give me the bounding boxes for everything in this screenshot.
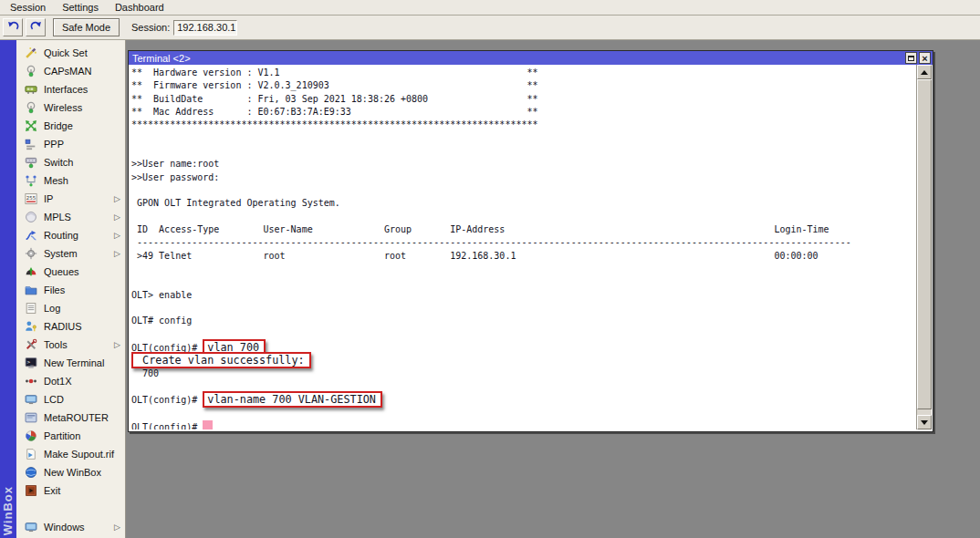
dot1x-icon — [25, 375, 37, 388]
sidebar-item-exit[interactable]: Exit — [16, 481, 125, 500]
interface-card-icon — [25, 83, 37, 96]
system-gear-icon — [25, 247, 37, 260]
sidebar-item-label: Windows — [44, 522, 85, 533]
arrow-down-icon — [921, 420, 928, 425]
folder-icon — [25, 284, 37, 296]
sidebar-item-label: IP — [44, 193, 53, 204]
sidebar-item-interfaces[interactable]: Interfaces — [16, 80, 125, 98]
routing-icon — [25, 229, 37, 242]
mdi-workspace: Terminal <2> × ** Hardware version : V1.… — [127, 40, 980, 538]
sidebar-item-label: Quick Set — [44, 47, 88, 58]
sidebar-item-label: Partition — [44, 430, 80, 441]
terminal-line — [131, 408, 916, 420]
metarouter-icon — [25, 411, 37, 424]
sidebar-item-label: Dot1X — [44, 376, 72, 387]
menu-dashboard[interactable]: Dashboard — [112, 1, 167, 14]
sidebar-item-tools[interactable]: Tools▷ — [16, 336, 125, 354]
terminal-icon: >_ — [25, 357, 37, 369]
sidebar-item-make-supout-rif[interactable]: Make Supout.rif — [16, 445, 125, 463]
sidebar-item-label: Switch — [44, 157, 73, 168]
scrollbar-thumb[interactable] — [917, 79, 932, 409]
close-button[interactable]: × — [919, 52, 931, 64]
terminal-window-titlebar[interactable]: Terminal <2> × — [129, 51, 933, 65]
winbox-globe-icon — [25, 466, 37, 479]
terminal-line: >>User password: — [131, 172, 916, 185]
terminal-line: ** Hardware version : V1.1 ** — [131, 67, 916, 80]
sidebar-item-label: System — [44, 248, 78, 259]
sidebar-bottom: Windows▷ — [16, 518, 125, 536]
lcd-icon — [25, 393, 37, 406]
switch-icon — [25, 156, 37, 169]
submenu-arrow-icon: ▷ — [114, 340, 120, 349]
terminal-line: OLT# config — [131, 316, 916, 328]
menu-settings[interactable]: Settings — [59, 1, 101, 14]
submenu-arrow-icon: ▷ — [114, 194, 120, 203]
sidebar-item-label: MPLS — [44, 212, 71, 222]
sidebar-item-mesh[interactable]: Mesh — [16, 171, 125, 190]
menu-session[interactable]: Session — [7, 1, 48, 14]
sidebar-item-capsman[interactable]: CAPsMAN — [16, 62, 125, 80]
terminal-line: OLT> enable — [131, 290, 916, 303]
sidebar-item-queues[interactable]: Queues — [16, 263, 125, 281]
sidebar-item-label: New WinBox — [44, 467, 101, 478]
terminal-line: GPON OLT Integrated Operating System. — [131, 198, 916, 211]
sidebar-item-bridge[interactable]: Bridge — [16, 117, 125, 135]
terminal-line — [131, 185, 916, 198]
scroll-down-button[interactable] — [917, 415, 932, 429]
sidebar-item-label: Tools — [44, 339, 68, 350]
annotation-red-box: vlan-name 700 VLAN-GESTION — [203, 391, 382, 408]
close-icon: × — [922, 54, 927, 63]
sidebar-item-ip[interactable]: 255IP▷ — [16, 190, 125, 208]
sidebar-item-partition[interactable]: Partition — [16, 427, 125, 445]
vertical-scrollbar[interactable] — [916, 65, 932, 429]
terminal-line: ** Mac Address : E0:67:B3:7A:E9:33 ** — [131, 107, 916, 119]
sidebar-item-new-terminal[interactable]: >_New Terminal — [16, 354, 125, 372]
sidebar-item-switch[interactable]: Switch — [16, 153, 125, 171]
terminal-line: OLT(config)# — [131, 420, 916, 429]
terminal-line: ID Access-Type User-Name Group IP-Addres… — [131, 224, 916, 237]
windows-icon — [25, 521, 37, 533]
sidebar-item-routing[interactable]: Routing▷ — [16, 226, 125, 244]
sidebar-item-label: MetaROUTER — [44, 412, 109, 423]
bridge-icon — [25, 119, 37, 132]
sidebar-item-quick-set[interactable]: Quick Set — [16, 44, 125, 62]
redo-button[interactable] — [26, 18, 46, 36]
sidebar-item-dot1x[interactable]: Dot1X — [16, 372, 125, 390]
terminal-line: ** Firmware version : V2.0.3_210903 ** — [131, 80, 916, 93]
sidebar-item-system[interactable]: System▷ — [16, 244, 125, 263]
submenu-arrow-icon: ▷ — [114, 212, 120, 222]
sidebar-item-wireless[interactable]: Wireless — [16, 98, 125, 117]
scroll-up-button[interactable] — [917, 65, 932, 79]
terminal-output[interactable]: ** Hardware version : V1.1 **** Firmware… — [130, 65, 916, 429]
sidebar-item-ppp[interactable]: PPP — [16, 135, 125, 153]
sidebar-item-radius[interactable]: RADIUS — [16, 317, 125, 336]
sidebar-item-mpls[interactable]: MPLS▷ — [16, 208, 125, 226]
safe-mode-button[interactable]: Safe Mode — [53, 18, 120, 36]
wand-icon — [25, 47, 37, 59]
terminal-line — [131, 276, 916, 289]
sidebar-item-metarouter[interactable]: MetaROUTER — [16, 409, 125, 427]
antenna-icon — [25, 65, 37, 78]
sidebar-item-log[interactable]: Log — [16, 299, 125, 317]
sidebar-item-new-winbox[interactable]: New WinBox — [16, 463, 125, 481]
sidebar-item-label: Routing — [44, 230, 78, 241]
sidebar-item-label: Exit — [44, 485, 60, 496]
submenu-arrow-icon: ▷ — [114, 231, 120, 240]
sidebar-item-files[interactable]: Files — [16, 281, 125, 299]
sidebar-item-label: Mesh — [44, 175, 68, 186]
terminal-line: 700 — [131, 368, 916, 381]
session-address-field[interactable]: 192.168.30.1 — [173, 20, 237, 36]
radius-user-icon — [25, 320, 37, 333]
winbox-brand-label: WinBox — [0, 486, 16, 535]
arrow-up-icon — [921, 70, 928, 75]
sidebar-item-label: Interfaces — [44, 84, 88, 95]
session-label: Session: — [131, 22, 170, 33]
toolbar: Safe Mode Session: 192.168.30.1 — [0, 16, 980, 40]
terminal-line: OLT(config)# vlan-name 700 VLAN-GESTION — [131, 394, 916, 407]
svg-text:>_: >_ — [27, 359, 35, 366]
sidebar-item-windows[interactable]: Windows▷ — [16, 518, 125, 536]
ip-icon: 255 — [25, 192, 37, 205]
sidebar-item-lcd[interactable]: LCD — [16, 390, 125, 409]
maximize-button[interactable] — [905, 52, 917, 64]
undo-button[interactable] — [3, 18, 23, 36]
